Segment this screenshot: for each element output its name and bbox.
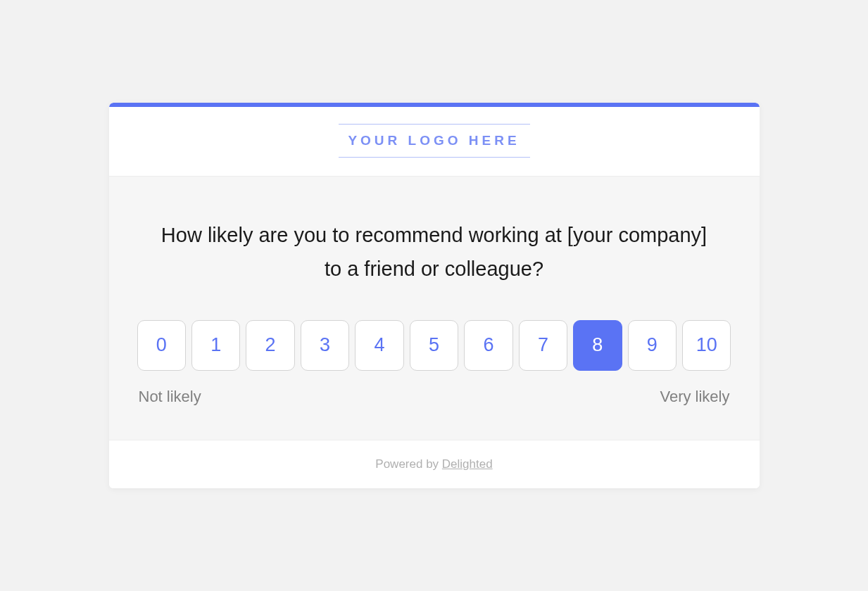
scale-button-5[interactable]: 5	[410, 320, 458, 371]
scale-button-10[interactable]: 10	[682, 320, 731, 371]
scale-button-0[interactable]: 0	[137, 320, 186, 371]
logo-section: YOUR LOGO HERE	[109, 107, 760, 177]
survey-question: How likely are you to recommend working …	[137, 219, 731, 286]
logo-placeholder: YOUR LOGO HERE	[339, 124, 530, 158]
footer-section: Powered by Delighted	[109, 440, 760, 488]
logo-line-bottom	[339, 157, 530, 158]
survey-card: YOUR LOGO HERE How likely are you to rec…	[109, 103, 760, 488]
scale-button-1[interactable]: 1	[191, 320, 240, 371]
question-section: How likely are you to recommend working …	[109, 177, 760, 440]
scale-button-4[interactable]: 4	[355, 320, 403, 371]
scale-button-3[interactable]: 3	[301, 320, 349, 371]
nps-scale-row: 0 1 2 3 4 5 6 7 8 9 10	[137, 320, 731, 371]
scale-button-6[interactable]: 6	[464, 320, 512, 371]
scale-high-label: Very likely	[660, 388, 729, 406]
scale-button-7[interactable]: 7	[519, 320, 567, 371]
footer-prefix: Powered by	[375, 457, 442, 471]
scale-button-8[interactable]: 8	[573, 320, 622, 371]
logo-placeholder-text: YOUR LOGO HERE	[348, 125, 520, 157]
scale-button-9[interactable]: 9	[628, 320, 677, 371]
scale-low-label: Not likely	[139, 388, 201, 406]
footer-link[interactable]: Delighted	[442, 457, 493, 471]
scale-labels-row: Not likely Very likely	[137, 388, 731, 406]
scale-button-2[interactable]: 2	[246, 320, 294, 371]
